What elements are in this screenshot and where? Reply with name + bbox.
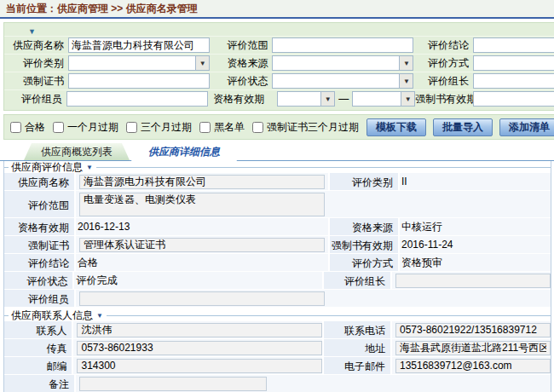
qual-source-select[interactable]: ▼ [272,55,413,71]
chevron-down-icon: ▼ [399,56,413,70]
detail-eval-member-spacer [328,290,551,307]
breadcrumb: 当前位置：供应商管理 >> 供应商名录管理 [0,0,554,19]
cert-three-month-expire-checkbox[interactable] [252,122,263,133]
qual-source-label: 资格来源 [210,56,272,71]
contact-email-box[interactable] [395,359,551,373]
search-row-3: 强制证书 评价状态 ▼ 评价组长 [4,72,554,89]
checkbox-blacklist[interactable]: 黑名单 [199,120,245,135]
detail-qual-validity-value: 2016-12-13 [76,218,328,235]
contact-zip-label: 邮编 [4,357,73,374]
chevron-down-icon: ▼ [320,92,334,106]
contact-phone-label: 联系电话 [322,321,392,338]
search-row-2: 评价类别 ▼ 资格来源 ▼ 评价方式 [4,54,554,72]
contact-phone-box[interactable] [395,323,551,337]
collapse-triangle-icon[interactable]: ▼ [28,27,36,36]
contact-row-person: 联系人 联系电话 [4,321,551,339]
checkbox-one-month-expire[interactable]: 一个月过期 [53,120,118,135]
eval-category-label: 评价类别 [4,56,68,71]
contact-zip-box[interactable] [77,359,322,373]
eval-section-header: 供应商评价信息 ▼ [4,161,551,173]
range-separator: — [335,93,352,105]
checkbox-cert-three-month-expire[interactable]: 强制证书三个月过期 [252,120,359,135]
detail-eval-leader-box[interactable] [395,274,551,288]
detail-eval-member-label: 评价组员 [4,290,76,307]
section-collapse-icon[interactable]: ▼ [96,312,103,320]
detail-supplier-name-box[interactable] [79,175,325,189]
contact-remark-label: 备注 [4,375,76,392]
detail-supplier-name-label: 供应商名称 [4,173,76,190]
section-collapse-icon[interactable]: ▼ [86,164,93,171]
contact-row-fax: 传真 地址 [4,339,551,357]
contact-fax-label: 传真 [4,339,73,356]
contact-person-label: 联系人 [4,321,73,338]
one-month-expire-checkbox[interactable] [53,122,64,133]
detail-eval-status-value: 评价完成 [74,272,321,289]
qual-validity-label: 资格有效期 [208,92,268,107]
contact-remark-box[interactable] [79,377,267,391]
contact-address-label: 地址 [322,339,392,356]
eval-conclusion-label: 评价结论 [413,38,473,53]
force-cert-validity-label: 强制书有效期 [415,92,473,107]
detail-row-qual-validity: 资格有效期 2016-12-13 资格来源 中核运行 [4,218,551,236]
detail-row-force-cert: 强制证书 强制书有效期 2016-11-24 [4,236,551,254]
detail-force-cert-box[interactable] [79,238,325,252]
detail-force-cert-validity-label: 强制书有效期 [328,236,400,253]
eval-section-title: 供应商评价信息 [9,160,86,175]
action-buttons: 模板下载 批量导入 添加清单 修改清单 查看 [366,118,554,136]
tab-supplier-overview-list[interactable]: 供应商概览列表 [24,143,130,160]
detail-eval-leader-label: 评价组长 [322,272,393,289]
eval-method-input[interactable] [473,55,554,71]
detail-row-eval-status: 评价状态 评价完成 评价组长 [4,272,551,290]
blacklist-checkbox[interactable] [199,122,211,133]
contact-section-title: 供应商联系人信息 [9,308,96,323]
tab-bar: 供应商概览列表 供应商详细信息 [0,142,554,161]
contact-address-box[interactable] [395,341,551,355]
detail-eval-scope-box[interactable]: 电量变送器、电测类仪表 [79,193,325,216]
eval-conclusion-input[interactable] [473,37,554,53]
detail-eval-conclusion-label: 评价结论 [4,254,76,271]
detail-row-eval-scope: 评价范围 电量变送器、电测类仪表 [4,191,551,218]
qualified-checkbox[interactable] [10,122,21,133]
eval-leader-input[interactable] [473,73,554,89]
contact-row-remark: 备注 [4,375,551,392]
qual-validity-from-select[interactable]: ▼ [277,91,335,107]
detail-eval-status-label: 评价状态 [4,272,74,289]
supplier-detail-panel: 供应商评价信息 ▼ 供应商名称 评价类别 II 评价范围 电量变送器、电测类仪表… [3,161,551,392]
add-list-button[interactable]: 添加清单 [499,118,554,136]
force-cert-input[interactable] [68,73,210,89]
contact-fax-box[interactable] [77,341,322,355]
detail-qual-source-value: 中核运行 [400,218,551,235]
batch-import-button[interactable]: 批量导入 [433,118,493,136]
qual-validity-range: ▼ — ▼ [277,91,415,107]
contact-section-header: 供应商联系人信息 ▼ [4,309,551,321]
search-panel-header: ▼ [4,25,554,36]
chevron-down-icon: ▼ [401,92,414,106]
detail-eval-conclusion-value: 合格 [76,254,328,271]
tab-supplier-detail-info[interactable]: 供应商详细信息 [131,143,237,161]
detail-force-cert-validity-value: 2016-11-24 [400,236,551,253]
force-cert-validity-input[interactable] [473,91,554,107]
detail-eval-category-label: 评价类别 [328,173,400,190]
eval-category-select[interactable]: ▼ [68,55,210,71]
detail-qual-source-label: 资格来源 [328,218,400,235]
checkbox-qualified[interactable]: 合格 [10,120,45,135]
supplier-name-input[interactable] [68,37,210,53]
three-month-expire-checkbox[interactable] [126,122,137,133]
detail-eval-member-box[interactable] [79,291,325,306]
detail-row-eval-conclusion: 评价结论 合格 评价方式 资格预审 [4,254,551,272]
checkbox-three-month-expire[interactable]: 三个月过期 [126,120,192,135]
detail-eval-method-value: 资格预审 [400,254,551,271]
force-cert-label: 强制证书 [4,74,68,89]
detail-row-supplier-name: 供应商名称 评价类别 II [4,173,551,191]
breadcrumb-text: 当前位置：供应商管理 >> 供应商名录管理 [6,3,198,14]
search-row-1: 供应商名称 评价范围 评价结论 [4,36,554,54]
eval-leader-label: 评价组长 [413,74,473,89]
contact-person-box[interactable] [77,323,322,337]
template-download-button[interactable]: 模板下载 [366,118,426,136]
eval-member-input[interactable] [66,91,208,107]
eval-scope-input[interactable] [272,37,413,53]
eval-method-label: 评价方式 [413,56,473,71]
eval-status-select[interactable]: ▼ [272,73,413,89]
chevron-down-icon: ▼ [399,74,413,88]
qual-validity-to-select[interactable]: ▼ [352,91,415,107]
